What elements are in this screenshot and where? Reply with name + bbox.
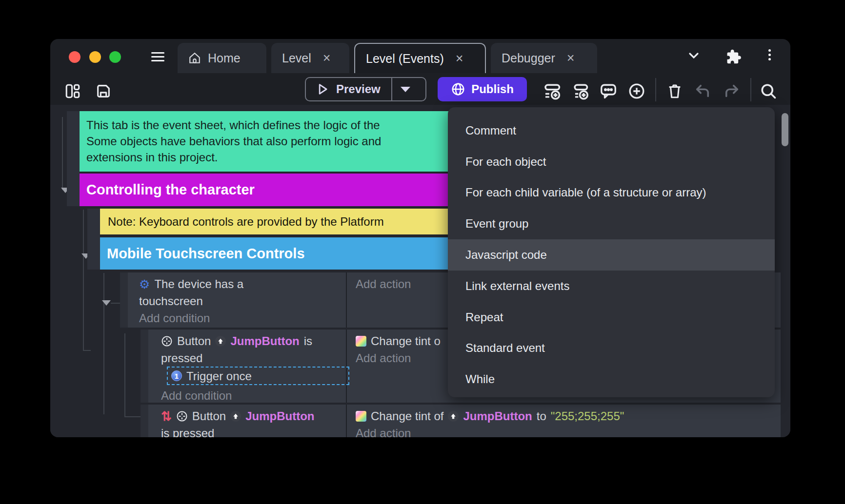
condition-text: is — [304, 332, 312, 349]
action-text: Change tint o — [371, 332, 441, 349]
preview-split-divider — [391, 78, 392, 100]
preview-label: Preview — [336, 82, 381, 96]
minimize-window-button[interactable] — [89, 51, 101, 63]
delete-trash-icon[interactable] — [665, 82, 684, 100]
publish-button[interactable]: Publish — [438, 77, 527, 101]
close-icon[interactable]: × — [567, 52, 575, 65]
tint-color-icon — [356, 411, 366, 422]
event-margin-strip — [67, 111, 80, 206]
menu-item-event-group[interactable]: Event group — [448, 208, 775, 239]
add-action-link[interactable]: Add action — [356, 425, 781, 437]
up-arrow-icon — [230, 411, 241, 422]
event-row[interactable]: ⇅ Button JumpButton is pressed Change ti… — [141, 405, 781, 437]
add-condition-link[interactable]: Add condition — [161, 387, 232, 403]
trigger-once-icon: 1 — [171, 370, 182, 381]
add-condition-link[interactable]: Add condition — [139, 310, 346, 327]
menu-item-repeat[interactable]: Repeat — [448, 302, 775, 333]
toolbar-divider — [655, 78, 656, 101]
action-text: Change tint of — [371, 407, 443, 425]
save-icon[interactable] — [94, 82, 113, 100]
event-margin — [141, 405, 148, 437]
tab-label: Level (Events) — [366, 52, 444, 66]
search-icon[interactable] — [759, 82, 778, 100]
main-menu-icon[interactable] — [151, 50, 164, 64]
tree-line — [124, 416, 141, 417]
tree-line — [103, 273, 104, 414]
tab-label: Debugger — [502, 51, 555, 65]
tree-line — [111, 303, 120, 304]
condition-text: is pressed — [161, 425, 346, 437]
addons-puzzle-icon[interactable] — [725, 48, 742, 65]
tab-home[interactable]: Home — [178, 43, 266, 73]
invert-condition-icon: ⇅ — [161, 411, 172, 422]
tab-label: Home — [208, 51, 241, 65]
app-window: Home Level × Level (Events) × Debugger × — [50, 39, 790, 437]
up-arrow-icon — [215, 336, 226, 347]
collapse-triangle-icon[interactable] — [102, 300, 111, 306]
instance-name: JumpButton — [230, 332, 299, 349]
toolbar-divider — [750, 78, 751, 101]
tab-label: Level — [282, 51, 311, 65]
condition-text: pressed — [161, 349, 346, 367]
tint-color-icon — [356, 336, 366, 347]
tree-line — [62, 117, 63, 190]
menu-item-comment[interactable]: Comment — [448, 115, 775, 146]
kebab-menu-icon[interactable] — [768, 49, 771, 60]
instance-name: JumpButton — [245, 407, 314, 425]
add-event-icon[interactable] — [543, 82, 562, 100]
vertical-scrollbar-thumb[interactable] — [782, 113, 788, 146]
undo-icon[interactable] — [693, 82, 712, 100]
preview-button[interactable]: Preview — [305, 77, 426, 101]
condition-text: The device has a — [154, 275, 243, 292]
chevron-down-icon[interactable] — [685, 50, 702, 61]
menu-item-for-each-object[interactable]: For each object — [448, 146, 775, 177]
event-margin — [120, 272, 128, 328]
close-icon[interactable]: × — [323, 52, 331, 65]
publish-label: Publish — [471, 82, 514, 96]
menu-item-javascript-code[interactable]: Javascript code — [448, 239, 775, 271]
note-text: Note: Keyboard controls are provided by … — [108, 215, 384, 229]
add-subevent-icon[interactable] — [571, 82, 590, 100]
event-margin-strip — [87, 209, 100, 270]
group-title: Controlling the character — [86, 182, 255, 198]
tab-level-events[interactable]: Level (Events) × — [354, 43, 486, 73]
action-value: "255;255;255" — [551, 407, 624, 425]
play-icon — [316, 82, 329, 96]
close-window-button[interactable] — [69, 51, 80, 63]
condition-text: touchscreen — [139, 292, 346, 310]
home-icon — [188, 52, 201, 64]
group-title: Mobile Touchscreen Controls — [107, 246, 305, 262]
instance-name: JumpButton — [463, 407, 532, 425]
object-name: Button — [177, 332, 211, 349]
menu-item-link-external-events[interactable]: Link external events — [448, 271, 775, 302]
layout-panels-icon[interactable] — [63, 82, 82, 100]
tab-level[interactable]: Level × — [271, 43, 349, 73]
action-text: to — [537, 407, 546, 425]
touch-gear-icon: ⚙ — [139, 279, 150, 290]
menu-item-while[interactable]: While — [448, 364, 775, 395]
caret-down-icon[interactable] — [401, 87, 410, 92]
object-name: Button — [192, 407, 226, 425]
comment-bubble-icon[interactable] — [599, 82, 618, 100]
gamepad-icon — [176, 410, 188, 422]
condition-text: Trigger once — [186, 368, 252, 385]
add-event-context-menu: Comment For each object For each child v… — [448, 107, 775, 397]
selected-condition-trigger-once[interactable]: 1 Trigger once — [167, 367, 349, 385]
tab-debugger[interactable]: Debugger × — [491, 43, 597, 73]
globe-icon — [451, 82, 465, 97]
gamepad-icon — [161, 335, 173, 347]
plus-circle-icon[interactable] — [627, 82, 646, 100]
tree-line — [83, 350, 91, 351]
up-arrow-icon — [448, 411, 459, 422]
zoom-window-button[interactable] — [109, 51, 121, 63]
tree-line — [124, 333, 125, 417]
redo-icon[interactable] — [723, 82, 741, 100]
menu-item-standard-event[interactable]: Standard event — [448, 333, 775, 364]
event-margin — [141, 330, 148, 403]
menu-item-for-each-child-variable[interactable]: For each child variable (of a structure … — [448, 177, 775, 209]
close-icon[interactable]: × — [456, 52, 463, 65]
tree-line — [83, 210, 84, 351]
